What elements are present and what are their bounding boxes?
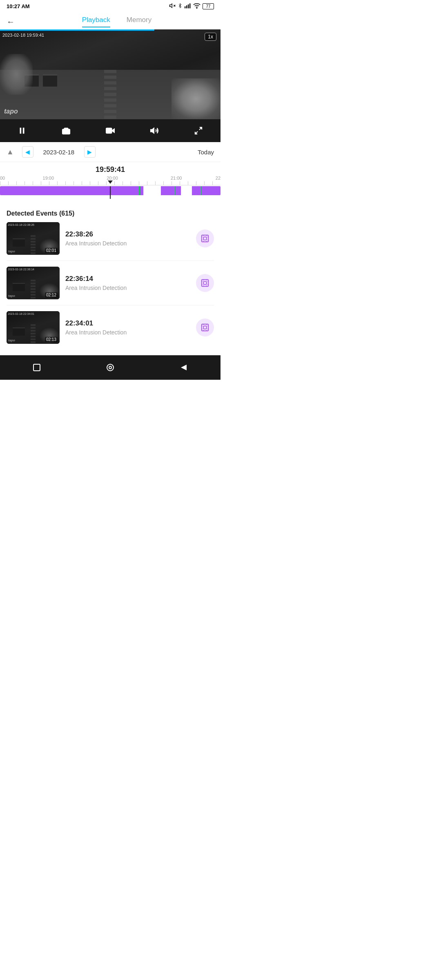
timeline-needle-top <box>108 180 113 184</box>
event-marker-2 <box>174 186 176 195</box>
event-thumbnail-1[interactable]: 2023-02-18 22:38:26 02:01 tapo <box>7 222 60 255</box>
events-section: Detected Events (615) 2023-02-18 22:38:2… <box>0 204 220 350</box>
signal-icon <box>185 3 191 10</box>
timeline-label-00: 00 <box>0 176 16 180</box>
android-square-button[interactable] <box>29 359 45 376</box>
android-back-button[interactable] <box>176 359 192 376</box>
video-timestamp: 2023-02-18 19:59:41 <box>2 33 44 38</box>
event-info-2: 22:36:14 Area Intrusion Detection <box>65 275 190 291</box>
svg-rect-12 <box>106 128 112 134</box>
event-time-2: 22:36:14 <box>65 275 190 283</box>
scene-chair2 <box>43 74 57 87</box>
event-item: 2023-02-18 22:38:26 02:01 tapo 22:38:26 … <box>7 222 214 261</box>
svg-rect-4 <box>186 5 187 8</box>
timeline-wrapper[interactable]: 00 19:00 20:00 21:00 22 <box>0 176 220 204</box>
svg-rect-9 <box>23 128 24 134</box>
current-date: 2023-02-18 <box>38 149 79 156</box>
next-date-button[interactable]: ▶ <box>84 146 96 158</box>
event-marker-3 <box>200 186 202 195</box>
event-type-1: Area Intrusion Detection <box>65 240 190 247</box>
svg-rect-17 <box>203 237 206 240</box>
svg-rect-5 <box>188 4 189 8</box>
bottom-nav <box>0 355 220 380</box>
svg-rect-6 <box>189 3 190 8</box>
timeline-needle <box>110 186 111 199</box>
event-info-1: 22:38:26 Area Intrusion Detection <box>65 230 190 247</box>
timeline-label-22: 22 <box>208 176 220 180</box>
svg-point-48 <box>109 366 111 369</box>
svg-rect-27 <box>203 281 206 284</box>
event-detect-icon-1[interactable] <box>196 229 214 247</box>
scene-bush <box>172 78 220 119</box>
event-detect-icon-2[interactable] <box>196 274 214 292</box>
timeline-current-time: 19:59:41 <box>0 165 220 174</box>
svg-rect-16 <box>202 235 209 242</box>
svg-rect-36 <box>202 324 209 331</box>
battery-icon: 77 <box>203 3 214 9</box>
screenshot-button[interactable] <box>59 123 74 138</box>
scene-path <box>104 70 116 119</box>
thumb-duration-3: 02:13 <box>45 337 58 342</box>
nav-tabs: Playback Memory <box>20 16 214 27</box>
battery-level: 77 <box>203 3 214 9</box>
timeline-section[interactable]: 19:59:41 00 19:00 20:00 21:00 22 <box>0 162 220 204</box>
video-scene <box>0 29 220 119</box>
event-item-3: 2023-02-18 22:34:01 02:13 tapo 22:34:01 … <box>7 311 214 350</box>
event-time-3: 22:34:01 <box>65 319 190 327</box>
event-type-3: Area Intrusion Detection <box>65 329 190 336</box>
video-progress-bar <box>0 29 154 31</box>
svg-marker-13 <box>151 128 154 134</box>
bluetooth-icon <box>178 2 183 10</box>
tab-playback[interactable]: Playback <box>82 16 110 27</box>
thumb-timestamp-3: 2023-02-18 22:34:01 <box>8 312 34 315</box>
date-nav: ▲ ◀ 2023-02-18 ▶ Today <box>0 142 220 162</box>
video-controls <box>0 119 220 142</box>
tab-memory[interactable]: Memory <box>127 16 151 27</box>
status-time: 10:27 AM <box>7 3 30 9</box>
svg-rect-37 <box>203 326 206 329</box>
timeline-label-20: 20:00 <box>80 176 145 180</box>
thumb-watermark-1: tapo <box>8 249 15 253</box>
prev-date-button[interactable]: ◀ <box>22 146 33 158</box>
scene-tree <box>0 54 33 95</box>
back-button[interactable]: ← <box>7 17 15 27</box>
timeline-gap-1 <box>143 186 161 195</box>
thumb-duration-2: 02:12 <box>45 292 58 298</box>
svg-marker-49 <box>181 365 187 370</box>
events-header: Detected Events (615) <box>7 210 214 217</box>
video-speed-badge[interactable]: 1x <box>205 33 216 41</box>
record-button[interactable] <box>103 123 118 138</box>
svg-rect-26 <box>202 280 209 287</box>
fullscreen-button[interactable] <box>191 123 206 138</box>
event-type-2: Area Intrusion Detection <box>65 285 190 291</box>
event-thumbnail-2[interactable]: 2023-02-18 22:36:14 02:12 tapo <box>7 267 60 299</box>
thumb-watermark-3: tapo <box>8 339 15 342</box>
thumb-timestamp-1: 2023-02-18 22:38:26 <box>8 223 34 226</box>
today-button[interactable]: Today <box>198 149 214 156</box>
event-item-2: 2023-02-18 22:36:14 02:12 tapo 22:36:14 … <box>7 267 214 305</box>
thumb-timestamp-2: 2023-02-18 22:36:14 <box>8 268 34 271</box>
volume-button[interactable] <box>147 123 162 138</box>
event-thumbnail-3[interactable]: 2023-02-18 22:34:01 02:13 tapo <box>7 311 60 344</box>
svg-rect-46 <box>33 364 40 371</box>
video-player: 2023-02-18 19:59:41 1x tapo <box>0 29 220 119</box>
event-marker-1 <box>139 186 140 195</box>
timeline-gap-2 <box>181 186 192 195</box>
thumb-duration-1: 02:01 <box>45 248 58 253</box>
event-detect-icon-3[interactable] <box>196 318 214 336</box>
svg-point-47 <box>107 364 114 371</box>
svg-rect-3 <box>185 6 185 8</box>
svg-point-7 <box>196 8 197 9</box>
mute-icon <box>169 2 176 10</box>
timeline-label-21: 21:00 <box>144 176 208 180</box>
event-info-3: 22:34:01 Area Intrusion Detection <box>65 319 190 336</box>
timeline-label-19: 19:00 <box>16 176 80 180</box>
event-time-1: 22:38:26 <box>65 230 190 238</box>
status-icons: 77 <box>169 2 214 10</box>
video-watermark: tapo <box>4 108 18 115</box>
timeline-collapse-button[interactable]: ▲ <box>7 148 14 156</box>
android-home-button[interactable] <box>102 359 118 376</box>
top-nav: ← Playback Memory <box>0 11 220 29</box>
status-bar: 10:27 AM <box>0 0 220 11</box>
pause-button[interactable] <box>15 123 29 138</box>
